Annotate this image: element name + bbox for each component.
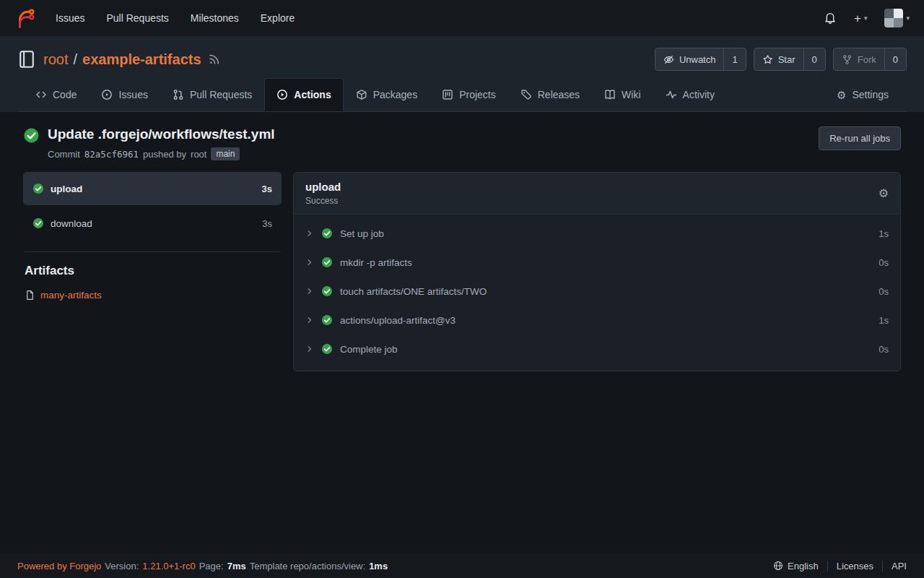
star-icon xyxy=(762,54,773,65)
repo-header: root / example-artifacts Unwatch xyxy=(0,36,924,112)
rss-icon[interactable] xyxy=(209,53,220,65)
nav-milestones[interactable]: Milestones xyxy=(180,12,250,24)
job-detail-title: upload xyxy=(305,181,341,193)
tag-icon xyxy=(520,89,532,100)
eye-off-icon xyxy=(663,54,674,65)
actions-run-view: Update .forgejo/workflows/test.yml Commi… xyxy=(0,112,924,553)
chevron-right-icon xyxy=(305,229,314,238)
licenses-link[interactable]: Licenses xyxy=(827,561,882,571)
job-item-download[interactable]: download 3s xyxy=(23,207,282,240)
fork-button[interactable]: Fork xyxy=(834,48,884,70)
nav-pull-requests[interactable]: Pull Requests xyxy=(95,12,179,24)
notifications-bell-icon[interactable] xyxy=(824,12,837,25)
avatar xyxy=(884,9,903,27)
step-duration: 0s xyxy=(879,344,889,355)
job-detail-header: upload Success ⚙ xyxy=(294,173,900,215)
commit-sha-link[interactable]: 82a5cf6961 xyxy=(84,149,139,160)
step-row[interactable]: touch artifacts/ONE artifacts/TWO 0s xyxy=(294,277,900,306)
run-subtitle: Commit 82a5cf6961 pushed by root main xyxy=(48,147,275,160)
fork-icon xyxy=(842,54,853,65)
artifact-link[interactable]: many-artifacts xyxy=(40,290,102,301)
check-circle-icon xyxy=(321,343,333,355)
breadcrumb-separator: / xyxy=(73,51,77,68)
fork-button-group: Fork 0 xyxy=(833,48,907,71)
step-row[interactable]: Set up job 1s xyxy=(294,219,900,248)
powered-by-link[interactable]: Powered by Forgejo xyxy=(17,561,101,571)
commit-label: Commit xyxy=(48,149,80,160)
page-time-value: 7ms xyxy=(227,561,246,571)
repo-owner-link[interactable]: root xyxy=(43,51,68,68)
template-time-label: Template repo/actions/view: xyxy=(250,561,365,571)
step-name: Complete job xyxy=(340,344,398,355)
pulse-icon xyxy=(666,89,677,100)
page-footer: Powered by Forgejo Version: 1.21.0+1-rc0… xyxy=(0,553,924,578)
job-detail-panel: upload Success ⚙ Set up job 1s mkdir -p … xyxy=(293,172,901,371)
step-row[interactable]: mkdir -p artifacts 0s xyxy=(294,248,900,277)
template-time-value: 1ms xyxy=(369,561,388,571)
branch-badge[interactable]: main xyxy=(211,147,240,160)
code-icon xyxy=(35,89,47,100)
job-duration: 3s xyxy=(262,218,272,229)
step-duration: 0s xyxy=(879,286,889,297)
chevron-down-icon: ▾ xyxy=(864,15,868,22)
unwatch-button[interactable]: Unwatch xyxy=(655,48,724,70)
gear-icon[interactable]: ⚙ xyxy=(879,188,889,199)
tab-code[interactable]: Code xyxy=(23,78,89,111)
chevron-right-icon xyxy=(305,258,314,267)
file-icon xyxy=(25,290,35,301)
job-duration: 3s xyxy=(262,184,272,194)
tab-releases[interactable]: Releases xyxy=(508,78,592,111)
step-row[interactable]: Complete job 0s xyxy=(294,335,900,363)
tab-activity[interactable]: Activity xyxy=(653,78,727,111)
tab-settings[interactable]: ⚙ Settings xyxy=(824,78,901,111)
star-count[interactable]: 0 xyxy=(803,48,825,70)
watch-count[interactable]: 1 xyxy=(723,48,745,70)
fork-count[interactable]: 0 xyxy=(884,48,906,70)
nav-explore[interactable]: Explore xyxy=(250,12,305,24)
pushed-by-label: pushed by xyxy=(143,149,186,160)
plus-icon: + xyxy=(854,12,861,25)
step-row[interactable]: actions/upload-artifact@v3 1s xyxy=(294,306,900,335)
artifact-item[interactable]: many-artifacts xyxy=(23,290,282,301)
run-sidebar: upload 3s download 3s Artifacts many-art… xyxy=(23,172,282,371)
step-name: touch artifacts/ONE artifacts/TWO xyxy=(340,286,487,297)
repo-name-link[interactable]: example-artifacts xyxy=(82,51,201,68)
author-link[interactable]: root xyxy=(191,149,206,160)
chevron-right-icon xyxy=(305,345,314,353)
nav-issues[interactable]: Issues xyxy=(45,12,95,24)
language-selector[interactable]: English xyxy=(764,561,827,571)
forgejo-logo[interactable] xyxy=(14,7,36,29)
user-menu-dropdown[interactable]: ▾ xyxy=(884,9,910,27)
step-duration: 1s xyxy=(879,315,889,326)
tab-pull-requests[interactable]: Pull Requests xyxy=(160,78,264,111)
step-name: Set up job xyxy=(340,228,384,239)
create-new-dropdown[interactable]: + ▾ xyxy=(854,12,867,25)
job-item-upload[interactable]: upload 3s xyxy=(23,172,282,205)
pull-request-icon xyxy=(173,89,184,100)
check-circle-icon xyxy=(321,256,333,268)
version-link[interactable]: 1.21.0+1-rc0 xyxy=(142,561,195,571)
tab-packages[interactable]: Packages xyxy=(344,78,430,111)
rerun-all-jobs-button[interactable]: Re-run all jobs xyxy=(819,126,901,150)
chevron-right-icon xyxy=(305,316,314,324)
version-label: Version: xyxy=(105,561,139,571)
tab-issues[interactable]: Issues xyxy=(89,78,160,111)
book-icon xyxy=(604,89,616,100)
api-link[interactable]: API xyxy=(882,561,907,571)
project-board-icon xyxy=(442,89,453,100)
star-button[interactable]: Star xyxy=(754,48,803,70)
gear-icon: ⚙ xyxy=(837,90,846,100)
play-circle-icon xyxy=(276,89,288,100)
tab-actions[interactable]: Actions xyxy=(264,78,343,111)
tab-projects[interactable]: Projects xyxy=(430,78,508,111)
chevron-down-icon: ▾ xyxy=(906,15,910,22)
check-circle-icon xyxy=(321,285,333,297)
repo-tabs: Code Issues Pull Requests Actions Packag… xyxy=(17,78,907,112)
check-circle-icon xyxy=(321,228,333,239)
check-circle-icon xyxy=(32,183,44,194)
chevron-right-icon xyxy=(305,287,314,296)
tab-wiki[interactable]: Wiki xyxy=(592,78,653,111)
watch-button-group: Unwatch 1 xyxy=(655,48,746,71)
step-name: actions/upload-artifact@v3 xyxy=(340,315,456,326)
repo-icon xyxy=(17,50,36,69)
